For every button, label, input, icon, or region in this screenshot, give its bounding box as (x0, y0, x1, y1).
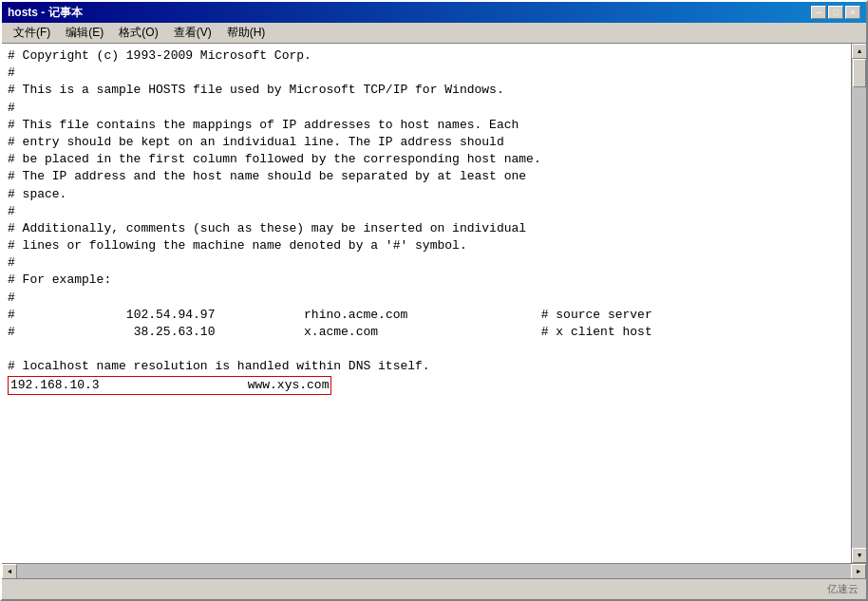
maximize-button[interactable]: □ (828, 6, 843, 19)
status-bar: 亿速云 (2, 578, 866, 599)
main-window: hosts - 记事本 ─ □ × 文件(F) 编辑(E) 格式(O) 查看(V… (0, 0, 868, 601)
menu-format[interactable]: 格式(O) (111, 23, 165, 43)
scroll-thumb[interactable] (853, 59, 866, 87)
close-button[interactable]: × (845, 6, 860, 19)
scroll-down-button[interactable]: ▼ (852, 548, 866, 563)
title-bar: hosts - 记事本 ─ □ × (2, 2, 866, 23)
menu-help[interactable]: 帮助(H) (219, 23, 274, 43)
title-bar-buttons: ─ □ × (811, 6, 860, 19)
vertical-scrollbar: ▲ ▼ (851, 44, 866, 563)
menu-bar: 文件(F) 编辑(E) 格式(O) 查看(V) 帮助(H) (2, 23, 866, 44)
menu-view[interactable]: 查看(V) (166, 23, 219, 43)
content-area: # Copyright (c) 1993-2009 Microsoft Corp… (2, 44, 866, 563)
text-editor[interactable]: # Copyright (c) 1993-2009 Microsoft Corp… (2, 44, 851, 563)
scroll-track[interactable] (852, 59, 866, 548)
window-title: hosts - 记事本 (8, 5, 83, 21)
watermark: 亿速云 (827, 582, 859, 596)
minimize-button[interactable]: ─ (811, 6, 826, 19)
menu-edit[interactable]: 编辑(E) (58, 23, 111, 43)
scroll-up-button[interactable]: ▲ (852, 44, 866, 59)
horizontal-scrollbar: ◄ ► (2, 563, 866, 578)
scroll-left-button[interactable]: ◄ (2, 564, 17, 579)
bottom-area: ◄ ► 亿速云 (2, 563, 866, 599)
menu-file[interactable]: 文件(F) (6, 23, 58, 43)
scroll-right-button[interactable]: ► (851, 564, 866, 579)
h-scroll-track[interactable] (17, 564, 851, 578)
